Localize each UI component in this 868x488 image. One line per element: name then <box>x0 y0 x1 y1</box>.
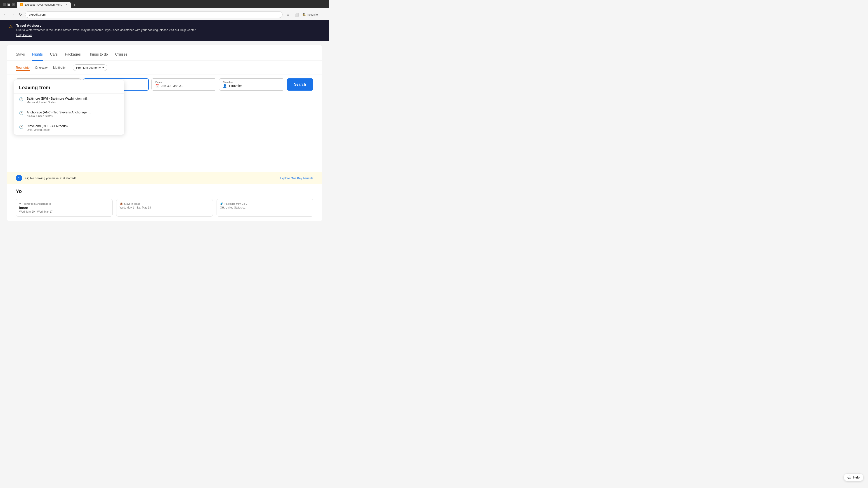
airport-location-1: Maryland, United States <box>27 101 89 104</box>
tab-title: Expedia Travel: Vacation Hom... <box>25 3 64 6</box>
airport-name-3: Cleveland (CLE - All Airports) <box>27 124 68 128</box>
dates-label: Dates <box>155 81 213 84</box>
travelers-field[interactable]: Travelers 👤 1 traveler <box>219 78 284 91</box>
card-stays-body: 🏨 Stays in Texas Wed, May 1 - Sat, May 1… <box>116 199 213 213</box>
hotel-icon: 🏨 <box>120 202 123 205</box>
address-input[interactable] <box>25 11 283 18</box>
dates-value: 📅 Jan 30 - Jan 31 <box>155 84 213 88</box>
advisory-warning-icon: ⚠ <box>9 24 13 29</box>
forward-button[interactable]: → <box>10 12 16 18</box>
section-title: Yo <box>7 184 322 197</box>
advisory-banner: ⚠ Travel Advisory Due to winter weather … <box>0 20 329 41</box>
card-packages-sublabel: OH, United States o... <box>220 206 310 209</box>
address-bar-row: ← → ↻ ☆ ⬜ 🕵 Incognito ⋮ <box>0 9 329 20</box>
close-button[interactable]: ✕ <box>12 3 15 6</box>
dropdown-header: Leaving from <box>13 80 124 94</box>
tab-cruises[interactable]: Cruises <box>115 50 127 61</box>
airport-location-3: Ohio, United States <box>27 128 68 131</box>
tab-packages[interactable]: Packages <box>65 50 81 61</box>
cabin-class-label: Premium economy <box>76 66 101 69</box>
dates-field[interactable]: Dates 📅 Jan 30 - Jan 31 <box>151 78 216 91</box>
incognito-label: Incognito <box>307 13 318 16</box>
window-controls: — ⬜ ✕ <box>3 3 15 6</box>
nav-tabs: Stays Flights Cars Packages Things to do… <box>7 45 322 61</box>
tab-close-icon[interactable]: ✕ <box>65 3 68 6</box>
card-packages[interactable]: 🧳 Packages from Cle... OH, United States… <box>217 199 313 217</box>
onekey-text: eligible booking you make. Get started! <box>25 176 76 180</box>
airport-location-2: Alaska, United States <box>27 115 91 118</box>
back-button[interactable]: ← <box>3 12 8 18</box>
new-tab-button[interactable]: + <box>72 3 78 8</box>
card-stays-dates: Wed, May 1 - Sat, May 18 <box>120 206 210 209</box>
travelers-label: Travelers <box>223 81 280 84</box>
tab-flights[interactable]: Flights <box>32 50 43 61</box>
advisory-content: Travel Advisory Due to winter weather in… <box>16 24 196 37</box>
minimize-button[interactable]: — <box>3 3 6 6</box>
browser-chrome: — ⬜ ✕ E Expedia Travel: Vacation Hom... … <box>0 0 329 8</box>
tab-things-to-do[interactable]: Things to do <box>88 50 108 61</box>
flight-options: Roundtrip One-way Multi-city Premium eco… <box>7 61 322 75</box>
active-tab[interactable]: E Expedia Travel: Vacation Hom... ✕ <box>17 2 71 8</box>
airport-name-1: Baltimore (BWI - Baltimore Washington In… <box>27 97 89 100</box>
onekey-logo: 1 <box>16 175 22 181</box>
bookmark-button[interactable]: ☆ <box>285 12 291 18</box>
tab-stays[interactable]: Stays <box>16 50 25 61</box>
dropdown-item-cleveland[interactable]: 🕐 Cleveland (CLE - All Airports) Ohio, U… <box>13 121 124 135</box>
dropdown-item-3-text: Cleveland (CLE - All Airports) Ohio, Uni… <box>27 124 68 131</box>
cabin-class-selector[interactable]: Premium economy ▾ <box>73 64 107 71</box>
card-flights-label: ✈ Flights from Anchorage to <box>19 202 109 205</box>
dropdown-item-baltimore[interactable]: 🕐 Baltimore (BWI - Baltimore Washington … <box>13 94 124 107</box>
card-flights-dates: Wed, Mar 20 - Wed, Mar 17 <box>19 210 109 213</box>
advisory-help-center-link[interactable]: Help Center <box>16 33 32 37</box>
address-actions: ☆ ⬜ 🕵 Incognito ⋮ <box>285 12 327 18</box>
calendar-icon: 📅 <box>155 84 159 88</box>
multicity-button[interactable]: Multi-city <box>53 65 66 71</box>
tab-bar: E Expedia Travel: Vacation Hom... ✕ + <box>17 2 78 8</box>
dates-range: Jan 30 - Jan 31 <box>161 84 183 88</box>
dropdown-item-2-text: Anchorage (ANC - Ted Stevens Anchorage I… <box>27 110 91 118</box>
package-icon: 🧳 <box>220 202 223 205</box>
person-icon: 👤 <box>223 84 227 88</box>
tab-cars[interactable]: Cars <box>50 50 58 61</box>
airport-name-2: Anchorage (ANC - Ted Stevens Anchorage I… <box>27 110 91 114</box>
browser-top-bar: — ⬜ ✕ E Expedia Travel: Vacation Hom... … <box>3 2 327 8</box>
card-stays[interactable]: 🏨 Stays in Texas Wed, May 1 - Sat, May 1… <box>116 199 213 217</box>
refresh-button[interactable]: ↻ <box>18 11 23 18</box>
menu-button[interactable]: ⋮ <box>320 12 327 18</box>
onekey-banner: 1 eligible booking you make. Get started… <box>7 172 322 184</box>
onekey-explore-link[interactable]: Explore One Key benefits <box>280 176 313 180</box>
card-stays-label: 🏨 Stays in Texas <box>120 202 210 205</box>
card-flights-body: ✈ Flights from Anchorage to imore Wed, M… <box>16 199 112 217</box>
search-button[interactable]: Search <box>287 78 313 91</box>
incognito-badge: 🕵 Incognito <box>303 13 318 16</box>
roundtrip-button[interactable]: Roundtrip <box>16 65 30 71</box>
history-icon-2: 🕐 <box>19 111 24 115</box>
dropdown-item-anchorage[interactable]: 🕐 Anchorage (ANC - Ted Stevens Anchorage… <box>13 107 124 121</box>
advisory-title: Travel Advisory <box>16 24 196 27</box>
dropdown-item-1-text: Baltimore (BWI - Baltimore Washington In… <box>27 97 89 104</box>
leaving-from-dropdown: Leaving from 🕐 Baltimore (BWI - Baltimor… <box>13 80 124 135</box>
card-flights[interactable]: ✈ Flights from Anchorage to imore Wed, M… <box>16 199 113 217</box>
card-packages-label: 🧳 Packages from Cle... <box>220 202 310 205</box>
main-content: Stays Flights Cars Packages Things to do… <box>7 45 322 221</box>
cards-row: ✈ Flights from Anchorage to imore Wed, M… <box>7 197 322 221</box>
oneway-button[interactable]: One-way <box>35 65 48 71</box>
cabin-dropdown-icon: ▾ <box>102 66 104 69</box>
plane-icon: ✈ <box>19 202 21 205</box>
card-flights-sublabel: imore <box>19 206 109 210</box>
tab-favicon: E <box>20 3 23 6</box>
incognito-icon: 🕵 <box>303 13 306 16</box>
advisory-message: Due to winter weather in the United Stat… <box>16 28 196 32</box>
history-icon-1: 🕐 <box>19 97 24 101</box>
card-packages-body: 🧳 Packages from Cle... OH, United States… <box>217 199 313 213</box>
onekey-left: 1 eligible booking you make. Get started… <box>16 175 76 181</box>
section-title-text: Yo <box>16 188 22 194</box>
maximize-button[interactable]: ⬜ <box>7 3 10 6</box>
tab-view-button[interactable]: ⬜ <box>293 12 301 18</box>
travelers-count: 1 traveler <box>228 84 242 88</box>
travelers-value: 👤 1 traveler <box>223 84 280 88</box>
history-icon-3: 🕐 <box>19 125 24 129</box>
